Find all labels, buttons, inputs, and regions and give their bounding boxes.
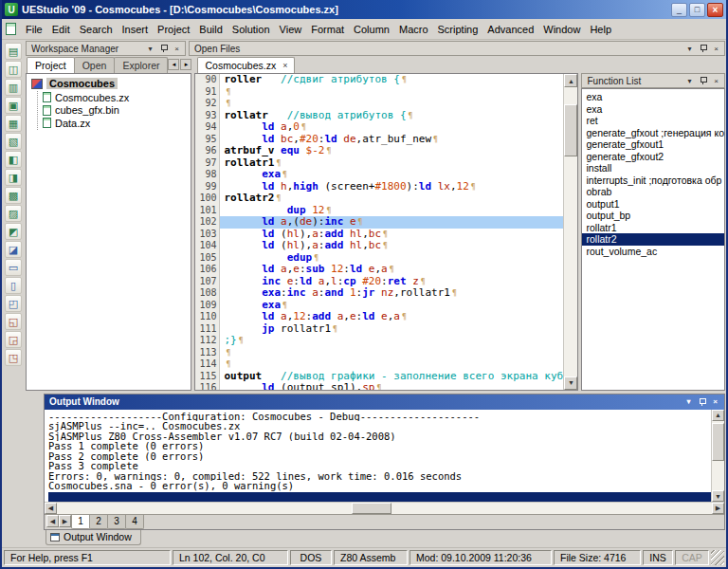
pin-icon[interactable] [157,43,170,54]
function-list-item[interactable]: obrab [582,186,724,198]
function-list-item[interactable]: generate_gfxout ;генерация ко [582,127,724,139]
editor-vscroll[interactable]: ▲ ▼ [563,74,577,390]
menu-item-view[interactable]: View [275,21,307,38]
left-toolbar-icon-10[interactable]: ▨ [5,205,22,222]
output-window-header[interactable]: Output Window ▾ × [45,395,724,410]
menu-item-build[interactable]: Build [194,21,227,38]
editor-tab-cosmocubes[interactable]: Cosmocubes.zx × [197,57,295,73]
close-icon[interactable]: × [171,43,183,54]
document-icon[interactable] [6,23,16,35]
menu-item-help[interactable]: Help [585,21,616,38]
code-line-92[interactable]: 92¶ [195,98,563,110]
function-list-item[interactable]: generate_gfxout2 [582,151,724,163]
menu-item-edit[interactable]: Edit [47,21,75,38]
code-line-113[interactable]: 113¶ [195,347,563,359]
code-line-99[interactable]: 99 ld h,high (screen+#1800):ld lx,12¶ [195,181,563,193]
menu-item-scripting[interactable]: Scripting [433,21,483,38]
menu-item-format[interactable]: Format [306,21,349,38]
output-selected-line[interactable] [48,492,711,503]
code-line-100[interactable]: 100rollatr2¶ [195,193,563,205]
code-line-98[interactable]: 98 exa¶ [195,169,563,181]
minimize-button[interactable]: _ [671,3,687,17]
function-list-item[interactable]: output1 [582,198,724,211]
scroll-up-icon[interactable]: ▲ [564,74,577,87]
function-list-item[interactable]: rout_volume_ac [582,246,724,258]
code-line-106[interactable]: 106 ld a,e:sub 12:ld e,a¶ [195,264,563,276]
scroll-right-icon[interactable]: ▶ [712,503,724,514]
menu-item-macro[interactable]: Macro [394,21,433,38]
close-icon[interactable]: × [710,43,722,54]
output-tab-3[interactable]: 3 [107,515,126,529]
output-content[interactable]: -------------------Configuration: Cosmoc… [45,410,711,503]
scroll-track[interactable] [712,421,724,491]
dock-tab-output-window[interactable]: Output Window [46,530,141,545]
code-line-107[interactable]: 107 inc e:ld a,l:cp #20:ret z¶ [195,276,563,288]
left-toolbar-icon-11[interactable]: ◩ [5,223,22,240]
code-line-102[interactable]: 102 ld a,(de):inc e¶ [195,216,563,229]
output-vscroll[interactable]: ▲ ▼ [711,410,724,503]
scroll-left-icon[interactable]: ◀ [45,503,57,514]
left-toolbar-icon-13[interactable]: ▭ [5,259,22,276]
function-list-item[interactable]: ret [582,115,724,127]
tab-close-icon[interactable]: × [282,61,287,70]
code-line-103[interactable]: 103 ld (hl),a:add hl,bc¶ [195,229,563,241]
function-list-item[interactable]: generate_gfxout1 [582,138,724,151]
menu-item-solution[interactable]: Solution [228,21,275,38]
code-line-104[interactable]: 104 ld (hl),a:add hl,bc¶ [195,240,563,252]
close-icon[interactable]: × [710,75,722,86]
code-line-109[interactable]: 109 exa¶ [195,300,563,312]
tab-scroll-left-icon[interactable]: ◀ [46,515,59,527]
code-line-91[interactable]: 91¶ [195,86,563,99]
maximize-button[interactable]: □ [689,3,705,17]
left-toolbar-icon-15[interactable]: ◰ [5,295,22,312]
pin-icon[interactable] [696,396,708,408]
code-line-101[interactable]: 101 dup 12¶ [195,205,563,217]
menu-item-insert[interactable]: Insert [118,21,154,38]
code-line-96[interactable]: 96atrbuf_v equ $-2¶ [195,145,563,157]
tab-scroll-right-icon[interactable]: ▶ [59,515,71,527]
menu-item-column[interactable]: Column [349,21,394,38]
scroll-thumb[interactable] [712,423,724,461]
function-list-item[interactable]: install [582,162,724,174]
tree-item-data.zx[interactable]: Data.zx [43,117,191,130]
scroll-thumb[interactable] [352,503,391,514]
tree-item-cubes_gfx.bin[interactable]: cubes_gfx.bin [43,104,191,118]
left-toolbar-icon-3[interactable]: ▥ [5,79,22,96]
function-list-item[interactable]: rollatr1 [582,222,724,234]
open-files-header[interactable]: Open Files ▾ × [189,41,725,56]
code-line-95[interactable]: 95 ld bc,#20:ld de,atr_buf_new¶ [195,134,563,146]
left-toolbar-icon-5[interactable]: ▦ [5,115,22,132]
function-list-header[interactable]: Function List ▾ × [581,73,725,88]
workspace-tab-explorer[interactable]: Explorer [114,57,168,73]
left-toolbar-icon-17[interactable]: ◲ [5,331,22,348]
close-icon[interactable]: × [709,396,721,408]
scroll-track[interactable] [564,87,577,376]
code-line-114[interactable]: 114¶ [195,358,563,371]
scroll-down-icon[interactable]: ▼ [564,376,577,390]
menu-item-file[interactable]: File [21,21,47,38]
tab-scroll-left-icon[interactable]: ◂ [168,59,179,70]
left-toolbar-icon-18[interactable]: ◳ [5,349,22,366]
left-toolbar-icon-7[interactable]: ◧ [5,151,22,168]
pin-icon[interactable] [697,43,709,54]
function-list-item[interactable]: interrupts_init ;подготовка обр [582,174,724,187]
code-editor[interactable]: 90roller //сдвиг атрибутов {¶91¶92¶93rol… [195,74,563,390]
left-toolbar-icon-2[interactable]: ◫ [5,61,22,78]
code-line-90[interactable]: 90roller //сдвиг атрибутов {¶ [195,74,563,86]
function-list-item[interactable]: rollatr2 [582,233,724,246]
code-line-93[interactable]: 93rollatr //вывод атрибутов {¶ [195,110,563,122]
code-line-110[interactable]: 110 ld a,12:add a,e:ld e,a¶ [195,311,563,323]
output-hscroll[interactable]: ◀ ▶ [45,502,724,514]
output-tab-1[interactable]: 1 [71,515,90,529]
scroll-thumb[interactable] [564,104,577,156]
scroll-track[interactable] [57,503,712,514]
menu-arrow-icon[interactable]: ▾ [144,43,156,54]
left-toolbar-icon-9[interactable]: ▩ [5,187,22,204]
scroll-down-icon[interactable]: ▼ [712,490,724,502]
left-toolbar-icon-14[interactable]: ▯ [5,277,22,294]
resize-grip[interactable] [711,550,724,565]
output-tab-2[interactable]: 2 [89,515,108,529]
code-line-112[interactable]: 112;}¶ [195,335,563,347]
workspace-tab-project[interactable]: Project [27,57,75,73]
left-toolbar-icon-4[interactable]: ▣ [5,97,22,114]
